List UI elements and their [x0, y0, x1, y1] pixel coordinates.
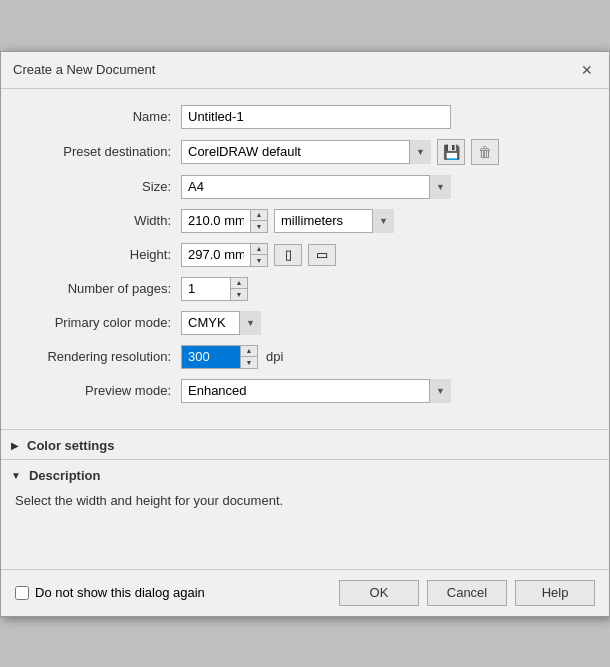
- do-not-show-label: Do not show this dialog again: [35, 585, 205, 600]
- pages-label: Number of pages:: [21, 281, 181, 296]
- pages-up-button[interactable]: ▲: [231, 278, 247, 289]
- rendering-label: Rendering resolution:: [21, 349, 181, 364]
- rendering-spinner: ▲ ▼: [181, 345, 258, 369]
- width-control-group: ▲ ▼ millimeters inches pixels centimeter…: [181, 209, 589, 233]
- rendering-control-group: ▲ ▼ dpi: [181, 345, 589, 369]
- rendering-up-button[interactable]: ▲: [241, 346, 257, 357]
- color-mode-row: Primary color mode: CMYK RGB ▼: [21, 311, 589, 335]
- rendering-row: Rendering resolution: ▲ ▼ dpi: [21, 345, 589, 369]
- width-up-button[interactable]: ▲: [251, 210, 267, 221]
- footer-buttons: OK Cancel Help: [339, 580, 595, 606]
- delete-preset-button[interactable]: 🗑: [471, 139, 499, 165]
- checkbox-group: Do not show this dialog again: [15, 585, 339, 600]
- landscape-button[interactable]: ▭: [308, 244, 336, 266]
- preset-control-group: CorelDRAW default ▼ 💾 🗑: [181, 139, 589, 165]
- dialog-body: Name: Preset destination: CorelDRAW defa…: [1, 89, 609, 423]
- width-down-button[interactable]: ▼: [251, 220, 267, 232]
- unit-select[interactable]: millimeters inches pixels centimeters: [274, 209, 394, 233]
- height-input[interactable]: [181, 243, 251, 267]
- preset-label: Preset destination:: [21, 144, 181, 159]
- create-document-dialog: Create a New Document ✕ Name: Preset des…: [0, 51, 610, 617]
- description-header[interactable]: ▼ Description: [1, 460, 609, 489]
- height-spinner-buttons: ▲ ▼: [251, 243, 268, 267]
- title-bar: Create a New Document ✕: [1, 52, 609, 89]
- pages-row: Number of pages: ▲ ▼: [21, 277, 589, 301]
- pages-spinner: ▲ ▼: [181, 277, 248, 301]
- color-mode-control-group: CMYK RGB ▼: [181, 311, 589, 335]
- unit-select-wrapper: millimeters inches pixels centimeters ▼: [274, 209, 394, 233]
- height-down-button[interactable]: ▼: [251, 254, 267, 266]
- pages-input[interactable]: [181, 277, 231, 301]
- preview-mode-control-group: Normal Enhanced Wireframe ▼: [181, 379, 589, 403]
- description-arrow-icon: ▼: [11, 470, 21, 481]
- dialog-title: Create a New Document: [13, 62, 155, 77]
- save-preset-button[interactable]: 💾: [437, 139, 465, 165]
- size-control-group: A4 ▼: [181, 175, 589, 199]
- pages-down-button[interactable]: ▼: [231, 288, 247, 300]
- width-spinner-buttons: ▲ ▼: [251, 209, 268, 233]
- portrait-button[interactable]: ▯: [274, 244, 302, 266]
- color-settings-title: Color settings: [27, 438, 114, 453]
- color-mode-select[interactable]: CMYK RGB: [181, 311, 261, 335]
- name-input[interactable]: [181, 105, 451, 129]
- size-row: Size: A4 ▼: [21, 175, 589, 199]
- color-mode-select-wrapper: CMYK RGB ▼: [181, 311, 261, 335]
- pages-control-group: ▲ ▼: [181, 277, 589, 301]
- rendering-down-button[interactable]: ▼: [241, 356, 257, 368]
- width-spinner: ▲ ▼: [181, 209, 268, 233]
- close-button[interactable]: ✕: [577, 60, 597, 80]
- name-label: Name:: [21, 109, 181, 124]
- help-button[interactable]: Help: [515, 580, 595, 606]
- name-row: Name:: [21, 105, 589, 129]
- preset-row: Preset destination: CorelDRAW default ▼ …: [21, 139, 589, 165]
- height-up-button[interactable]: ▲: [251, 244, 267, 255]
- dpi-label: dpi: [266, 349, 283, 364]
- size-label: Size:: [21, 179, 181, 194]
- pages-spinner-buttons: ▲ ▼: [231, 277, 248, 301]
- width-label: Width:: [21, 213, 181, 228]
- height-label: Height:: [21, 247, 181, 262]
- color-settings-section[interactable]: ▶ Color settings: [1, 429, 609, 459]
- do-not-show-checkbox[interactable]: [15, 586, 29, 600]
- color-mode-label: Primary color mode:: [21, 315, 181, 330]
- width-input[interactable]: [181, 209, 251, 233]
- preset-select-wrapper: CorelDRAW default ▼: [181, 140, 431, 164]
- rendering-spinner-buttons: ▲ ▼: [241, 345, 258, 369]
- description-title: Description: [29, 468, 101, 483]
- name-control-group: [181, 105, 589, 129]
- preview-mode-row: Preview mode: Normal Enhanced Wireframe …: [21, 379, 589, 403]
- description-body: Select the width and height for your doc…: [1, 489, 609, 569]
- preset-select[interactable]: CorelDRAW default: [181, 140, 431, 164]
- description-text: Select the width and height for your doc…: [15, 493, 283, 508]
- size-select-wrapper: A4 ▼: [181, 175, 451, 199]
- size-select[interactable]: A4: [181, 175, 451, 199]
- cancel-button[interactable]: Cancel: [427, 580, 507, 606]
- height-control-group: ▲ ▼ ▯ ▭: [181, 243, 589, 267]
- dialog-footer: Do not show this dialog again OK Cancel …: [1, 569, 609, 616]
- height-spinner: ▲ ▼: [181, 243, 268, 267]
- rendering-input[interactable]: [181, 345, 241, 369]
- preview-mode-select[interactable]: Normal Enhanced Wireframe: [181, 379, 451, 403]
- preview-mode-select-wrapper: Normal Enhanced Wireframe ▼: [181, 379, 451, 403]
- description-section: ▼ Description Select the width and heigh…: [1, 459, 609, 569]
- height-row: Height: ▲ ▼ ▯ ▭: [21, 243, 589, 267]
- color-settings-arrow-icon: ▶: [11, 440, 19, 451]
- width-row: Width: ▲ ▼ millimeters inches pixels cen…: [21, 209, 589, 233]
- preview-mode-label: Preview mode:: [21, 383, 181, 398]
- ok-button[interactable]: OK: [339, 580, 419, 606]
